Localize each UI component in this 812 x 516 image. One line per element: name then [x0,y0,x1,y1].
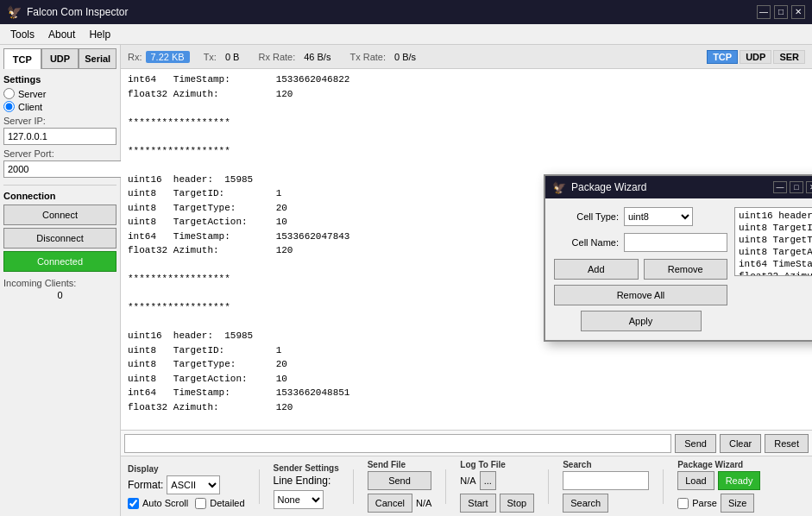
send-input[interactable] [124,434,671,453]
log-line [128,158,805,173]
menu-help[interactable]: Help [82,27,117,42]
auto-scroll-check[interactable]: Auto Scroll [128,498,188,509]
client-radio[interactable] [3,101,15,112]
tab-tcp[interactable]: TCP [3,48,41,69]
maximize-button[interactable]: □ [774,5,788,19]
divider-1 [259,469,260,504]
pw-title: Package Wizard [571,181,646,193]
title-bar-left: 🦅 Falcon Com Inspector [7,5,128,19]
search-label: Search [563,460,649,469]
menu-about[interactable]: About [41,27,82,42]
send-file-label: Send File [368,460,432,469]
pw-ready-btn[interactable]: Ready [718,471,761,490]
send-file-btn[interactable]: Send [368,471,432,490]
pw-add-remove-row: Add Remove [554,259,727,280]
pw-list-item[interactable]: uint8 TargetID [737,222,812,234]
right-panel-wrapper: Rx: 7.22 KB Tx: 0 B Rx Rate: 46 B/s Tx R… [121,45,812,516]
minimize-button[interactable]: — [757,5,771,19]
line-ending-select[interactable]: None CR LF CR+LF [274,490,324,509]
send-file-status: N/A [416,498,431,508]
pw-title-left: 🦅 Package Wizard [552,181,646,194]
log-start-btn[interactable]: Start [460,494,495,513]
log-line [128,414,805,429]
pw-list-item[interactable]: uint8 TargetAction [737,246,812,258]
pw-maximize-btn[interactable]: □ [790,181,803,193]
reset-button[interactable]: Reset [765,434,809,453]
server-port-label: Server Port: [3,148,116,159]
log-stop-btn[interactable]: Stop [500,494,535,513]
port-row: ▲ ▼ [3,160,116,178]
proto-tcp-indicator[interactable]: TCP [707,50,738,64]
pw-remove-all-btn[interactable]: Remove All [554,285,727,305]
size-btn[interactable]: Size [721,494,754,513]
rx-stat: Rx: 7.22 KB [128,51,190,63]
search-section: Search Search [563,460,649,513]
pw-apply-btn[interactable]: Apply [581,311,702,331]
pw-list-item[interactable]: float32 Azimuth [737,270,812,276]
pw-list[interactable]: uint16 headeruint8 TargetIDuint8 TargetT… [734,207,812,276]
server-ip-input[interactable] [3,128,116,145]
cell-type-select[interactable]: uint8 uint16 uint32 int8 int16 int32 int… [624,207,693,226]
status-bar: Rx: 7.22 KB Tx: 0 B Rx Rate: 46 B/s Tx R… [121,45,812,69]
pw-controls: — □ ✕ [773,181,812,193]
detailed-check[interactable]: Detailed [195,498,244,509]
main-layout: TCP UDP Serial Settings Server Client Se… [0,45,812,516]
auto-scroll-checkbox[interactable] [128,498,139,509]
detailed-checkbox[interactable] [195,498,206,509]
cell-name-label: Cell Name: [554,237,619,248]
log-line: ****************** [128,116,805,130]
search-button[interactable]: Search [563,494,608,513]
menu-tools[interactable]: Tools [3,27,41,42]
detailed-label: Detailed [210,498,244,508]
proto-udp-indicator[interactable]: UDP [740,50,771,64]
pw-list-item[interactable]: int64 TimeStamp [737,258,812,270]
divider-4 [548,469,549,504]
connect-button[interactable]: Connect [3,205,116,225]
parse-check[interactable]: Parse [677,498,717,509]
pw-minimize-btn[interactable]: — [773,181,787,193]
cancel-file-btn[interactable]: Cancel [368,494,412,513]
log-browse-btn[interactable]: ... [480,471,496,490]
pw-body: Cell Type: uint8 uint16 uint32 int8 int1… [545,198,812,340]
tx-label: Tx: [204,52,217,62]
left-panel: TCP UDP Serial Settings Server Client Se… [0,45,121,516]
pw-section-label: Package Wizard [677,460,760,469]
pw-close-btn[interactable]: ✕ [806,181,812,193]
divider-2 [353,469,354,504]
tab-serial[interactable]: Serial [79,48,116,69]
log-line: ****************** [128,144,805,159]
pw-remove-btn[interactable]: Remove [644,259,728,280]
search-input[interactable] [563,471,649,490]
cell-name-input[interactable] [624,233,727,252]
package-wizard-dialog: 🦅 Package Wizard — □ ✕ Cell Type: uint8 [544,174,812,342]
close-button[interactable]: ✕ [791,5,805,19]
tx-rate-value: 0 B/s [389,51,421,63]
incoming-clients-count: 0 [3,290,116,300]
cell-type-row: Cell Type: uint8 uint16 uint32 int8 int1… [554,207,727,226]
clear-button[interactable]: Clear [720,434,761,453]
pw-list-item[interactable]: uint16 header [737,210,812,222]
format-select[interactable]: ASCII Hex Decimal [167,475,220,494]
server-radio-label: Server [18,89,46,99]
disconnect-button[interactable]: Disconnect [3,228,116,249]
parse-checkbox[interactable] [677,498,689,509]
send-button[interactable]: Send [675,434,716,453]
server-port-input[interactable] [3,160,131,178]
divider-5 [663,469,664,504]
tx-value: 0 B [220,51,245,63]
proto-ser-indicator[interactable]: SER [773,50,805,64]
format-row: Format: ASCII Hex Decimal [128,475,245,494]
pw-add-btn[interactable]: Add [554,259,639,280]
bottom-controls: Display Format: ASCII Hex Decimal [121,456,812,516]
connected-button[interactable]: Connected [3,251,116,272]
log-file-value: N/A [460,475,475,486]
menu-bar: Tools About Help [0,24,812,45]
server-radio[interactable] [3,88,15,99]
settings-label: Settings [3,74,116,85]
tx-stat: Tx: 0 B [204,51,245,63]
pw-list-item[interactable]: uint8 TargetType [737,234,812,246]
tab-udp[interactable]: UDP [41,48,79,69]
pw-load-btn[interactable]: Load [677,471,714,490]
rx-value: 7.22 KB [146,51,190,63]
incoming-clients-label: Incoming Clients: [3,278,116,288]
